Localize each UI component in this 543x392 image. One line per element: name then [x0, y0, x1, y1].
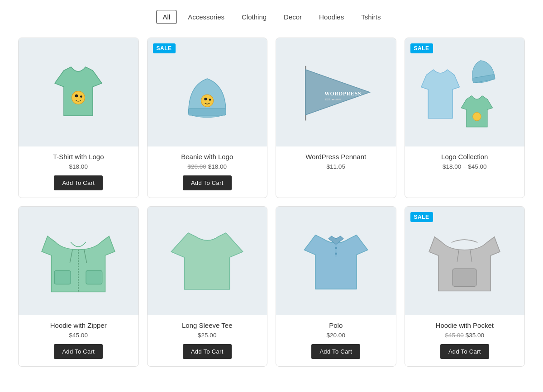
product-name: Long Sleeve Tee	[152, 321, 263, 329]
product-image-area: WORDPRESS EST. ●● ####	[276, 38, 396, 146]
product-name: Polo	[281, 321, 391, 329]
filter-btn-tshirts[interactable]: Tshirts	[355, 10, 387, 24]
product-info: WordPress Pennant$11.05	[276, 146, 396, 183]
product-info: T-Shirt with Logo$18.00Add To Cart	[19, 146, 138, 198]
filter-btn-clothing[interactable]: Clothing	[235, 10, 273, 24]
filter-nav: AllAccessoriesClothingDecorHoodiesTshirt…	[0, 0, 543, 38]
sale-price: $18.00	[208, 163, 227, 170]
add-to-cart-button[interactable]: Add To Cart	[54, 175, 103, 190]
product-card-5: Hoodie with Zipper$45.00Add To Cart	[18, 206, 139, 367]
filter-btn-all[interactable]: All	[156, 10, 177, 24]
product-name: Logo Collection	[410, 153, 520, 161]
product-price: $45.00	[23, 332, 134, 339]
sale-badge: SALE	[410, 43, 433, 53]
original-price: $45.00	[445, 332, 463, 339]
product-card-2: SALE Beanie with Logo$20.00$18.00Add To …	[147, 38, 268, 198]
svg-point-5	[201, 94, 213, 107]
filter-btn-decor[interactable]: Decor	[277, 10, 308, 24]
product-card-3: WORDPRESS EST. ●● #### WordPress Pennant…	[276, 38, 396, 198]
product-name: T-Shirt with Logo	[23, 153, 134, 161]
add-to-cart-button[interactable]: Add To Cart	[183, 175, 232, 190]
filter-btn-accessories[interactable]: Accessories	[181, 10, 231, 24]
product-info: Logo Collection$18.00 – $45.00	[405, 146, 525, 183]
svg-point-14	[472, 113, 481, 121]
product-info: Polo$20.00Add To Cart	[276, 315, 396, 366]
filter-btn-hoodies[interactable]: Hoodies	[313, 10, 350, 24]
product-image-area: SALE	[405, 38, 525, 146]
svg-rect-17	[86, 270, 102, 284]
product-name: Hoodie with Zipper	[23, 321, 134, 329]
product-info: Hoodie with Pocket$45.00$35.00Add To Car…	[405, 315, 525, 366]
add-to-cart-button[interactable]: Add To Cart	[311, 344, 360, 359]
product-card-1: T-Shirt with Logo$18.00Add To Cart	[18, 38, 139, 198]
svg-rect-4	[189, 109, 226, 115]
svg-rect-23	[452, 269, 476, 287]
product-grid: T-Shirt with Logo$18.00Add To CartSALE B…	[9, 38, 534, 385]
svg-point-1	[75, 94, 78, 97]
sale-badge: SALE	[410, 212, 433, 222]
product-info: Long Sleeve Tee$25.00Add To Cart	[148, 315, 267, 366]
add-to-cart-button[interactable]: Add To Cart	[54, 344, 103, 359]
sale-price: $35.00	[466, 332, 484, 339]
product-card-7: Polo$20.00Add To Cart	[276, 206, 396, 367]
product-card-8: SALE Hoodie with Pocket$45.00$35.00Add T…	[405, 206, 525, 367]
product-info: Hoodie with Zipper$45.00Add To Cart	[19, 315, 138, 366]
product-name: Hoodie with Pocket	[410, 321, 520, 329]
svg-text:WORDPRESS: WORDPRESS	[324, 91, 361, 97]
product-price: $25.00	[152, 332, 263, 339]
product-image-area	[19, 207, 138, 315]
add-to-cart-button[interactable]: Add To Cart	[440, 344, 489, 359]
original-price: $20.00	[187, 163, 206, 170]
product-name: WordPress Pennant	[281, 153, 391, 161]
product-price: $20.00	[281, 332, 391, 339]
product-price: $18.00 – $45.00	[410, 163, 520, 170]
product-card-4: SALE Logo Collection$18.00 – $45.00	[405, 38, 525, 198]
svg-point-6	[204, 98, 207, 100]
svg-point-2	[80, 95, 82, 98]
svg-point-7	[209, 99, 211, 101]
product-image-area	[148, 207, 267, 315]
product-info: Beanie with Logo$20.00$18.00Add To Cart	[148, 146, 267, 198]
product-price: $11.05	[281, 163, 391, 170]
product-price: $18.00	[23, 163, 134, 170]
product-image-area	[19, 38, 138, 146]
svg-point-0	[72, 91, 85, 104]
product-price: $20.00$18.00	[152, 163, 263, 170]
product-card-6: Long Sleeve Tee$25.00Add To Cart	[147, 206, 268, 367]
product-price: $45.00$35.00	[410, 332, 520, 339]
svg-text:EST. ●● ####: EST. ●● ####	[325, 98, 342, 101]
add-to-cart-button[interactable]: Add To Cart	[183, 344, 232, 359]
sale-badge: SALE	[153, 43, 176, 53]
product-image-area: SALE	[405, 207, 525, 315]
product-image-area: SALE	[148, 38, 267, 146]
product-name: Beanie with Logo	[152, 153, 263, 161]
svg-rect-16	[55, 270, 71, 284]
product-image-area	[276, 207, 396, 315]
